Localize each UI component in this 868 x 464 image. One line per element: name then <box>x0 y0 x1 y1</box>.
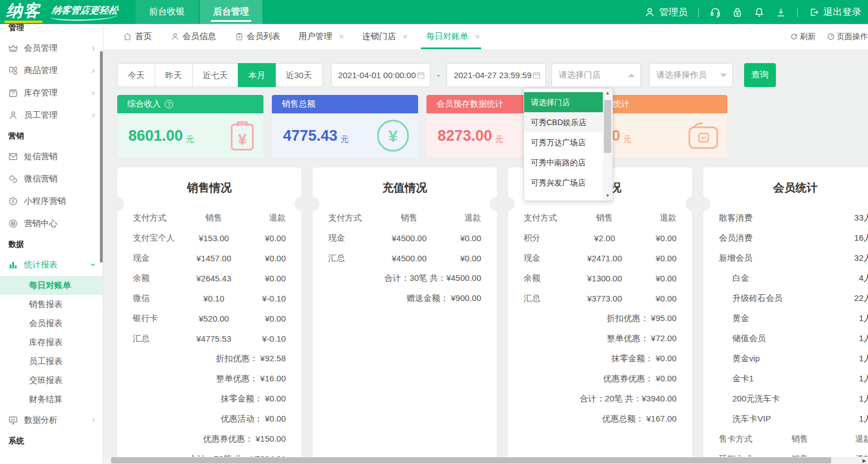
sidebar-item-stats-report[interactable]: 统计报表 › <box>0 253 103 276</box>
tab-daily-statement[interactable]: 每日对账单 × <box>426 24 480 49</box>
col-refund: 退款 <box>241 213 286 223</box>
sidebar-item-member-mgmt[interactable]: 会员管理 › <box>0 37 103 59</box>
quick-last30days-button[interactable]: 近30天 <box>275 63 323 87</box>
top-bar: 纳客 纳客管店更轻松 前台收银 后台管理 管理员 退出登录 <box>0 0 868 24</box>
quick-yesterday-button[interactable]: 昨天 <box>155 63 193 87</box>
card-unit: 元 <box>341 135 349 145</box>
logout-label: 退出登录 <box>823 6 861 18</box>
member-label: 金卡1 <box>732 374 754 384</box>
logout-button[interactable]: 退出登录 <box>808 6 861 18</box>
bell-icon[interactable] <box>754 7 765 18</box>
close-icon[interactable]: × <box>402 32 407 42</box>
panel-title: 会员统计 <box>703 168 868 208</box>
headset-icon[interactable] <box>709 6 721 18</box>
dropdown-option-store-wanda[interactable]: 可秀万达广场店 <box>524 132 603 152</box>
app-tagline: 纳客管店更轻松 <box>50 4 119 21</box>
sidebar-item-product-mgmt[interactable]: 商品管理 › <box>0 59 103 82</box>
stat-cards-row: 综合收入 ? 8601.00 元 ¥ 销售总额 4775.43 元 <box>117 95 868 158</box>
card-value: 8273.00 <box>438 127 492 145</box>
chevron-right-icon: › <box>92 42 95 54</box>
sidebar-subitem-finance-settlement[interactable]: 财务结算 <box>0 390 103 409</box>
svg-text:¥: ¥ <box>238 131 247 148</box>
card-title: 综合收入 <box>127 99 161 109</box>
sidebar-item-inventory-mgmt[interactable]: 库存管理 › <box>0 82 103 104</box>
sidebar-item-label: 会员管理 <box>24 43 57 54</box>
sidebar-subitem-member-report[interactable]: 会员报表 <box>0 314 103 333</box>
scrollbar-thumb[interactable] <box>604 100 611 153</box>
nav-backend-admin[interactable]: 后台管理 <box>200 0 262 24</box>
horizontal-scrollbar-thumb[interactable] <box>111 457 831 463</box>
member-label: 散客消费 <box>719 213 752 223</box>
summary-total: 合计：20笔 共：¥3940.00 <box>508 389 692 409</box>
quick-thismonth-button[interactable]: 本月 <box>238 63 276 87</box>
cell: ¥4775.53 <box>186 334 241 343</box>
dropdown-option-clipped[interactable] <box>524 193 603 200</box>
card-total-income: 综合收入 ? 8601.00 元 ¥ <box>117 95 263 158</box>
sidebar-scrollbar[interactable] <box>100 51 103 262</box>
col-pay-method: 支付方式 <box>524 213 577 223</box>
help-icon[interactable]: ? <box>165 100 173 108</box>
dropdown-option-store-cbd[interactable]: 可秀CBD娱乐店 <box>524 112 603 132</box>
scroll-right-icon[interactable]: ▶ <box>862 457 866 464</box>
close-icon[interactable]: × <box>475 32 480 42</box>
sidebar-subitem-sales-report[interactable]: 销售报表 <box>0 295 103 314</box>
member-row: 白金4人 <box>703 268 868 288</box>
refresh-button[interactable]: 刷新 <box>790 32 816 42</box>
close-icon[interactable]: × <box>339 32 344 42</box>
user-menu[interactable]: 管理员 <box>644 6 688 18</box>
sidebar-subitem-shift-report[interactable]: 交班报表 <box>0 371 103 390</box>
sidebar-item-sms-marketing[interactable]: 短信营销 <box>0 145 103 168</box>
col-refund: 退款 <box>632 213 677 223</box>
sidebar-item-data-analysis[interactable]: 数据分析 › <box>0 409 103 431</box>
quick-last7days-button[interactable]: 近七天 <box>192 63 238 87</box>
table-row: 支付宝个人¥153.00¥0.00 <box>117 228 301 248</box>
dropdown-option-store-zhongnan[interactable]: 可秀中南路的店 <box>524 152 603 173</box>
store-select[interactable]: 请选择门店 <box>552 63 641 87</box>
tab-member-info[interactable]: 会员信息 <box>170 24 216 49</box>
summary-gift: 赠送金额： ¥900.00 <box>313 288 497 308</box>
scroll-down-icon[interactable]: ▼ <box>603 192 612 200</box>
member-label: 升级砖石会员 <box>732 293 783 304</box>
member-row: 洗车卡VIP1人 <box>703 409 868 429</box>
cell: 余额 <box>133 273 186 284</box>
dropdown-option-store-xingfa[interactable]: 可秀兴发广场店 <box>524 173 603 193</box>
col-pay-method: 支付方式 <box>328 213 382 223</box>
nav-front-cashier[interactable]: 前台收银 <box>136 0 198 24</box>
horizontal-scrollbar[interactable]: ▶ <box>103 457 868 464</box>
chevron-right-icon: › <box>92 414 95 425</box>
member-row: 升级砖石会员22人 <box>703 288 868 308</box>
sidebar-subitem-daily-statement[interactable]: 每日对账单 <box>0 276 103 295</box>
svg-text:¥: ¥ <box>389 127 398 145</box>
download-icon[interactable] <box>775 7 787 18</box>
quick-today-button[interactable]: 今天 <box>117 63 155 87</box>
sidebar-subitem-inventory-report[interactable]: 库存报表 <box>0 333 103 352</box>
member-value: 1人 <box>859 333 868 344</box>
operator-select[interactable]: 请选择操作员 <box>649 63 733 87</box>
sidebar-subitem-staff-report[interactable]: 员工报表 <box>0 352 103 371</box>
store-dropdown-list: 请选择门店 可秀CBD娱乐店 可秀万达广场店 可秀中南路的店 可秀兴发广场店 <box>524 89 603 200</box>
query-button[interactable]: 查询 <box>744 63 776 87</box>
sidebar-item-label: 库存管理 <box>24 88 57 98</box>
member-label: 黄金 <box>732 313 749 324</box>
dropdown-option-placeholder[interactable]: 请选择门店 <box>524 92 603 112</box>
col-card-sale-method: 售卡方式 <box>719 434 773 444</box>
sidebar-item-miniprogram-marketing[interactable]: 小程序营销 <box>0 190 103 212</box>
tab-member-list[interactable]: 会员列表 <box>234 24 280 49</box>
member-value: 1人 <box>859 374 868 384</box>
sidebar-item-wechat-marketing[interactable]: 微信营销 <box>0 168 103 190</box>
tab-home[interactable]: 首页 <box>123 24 152 49</box>
tab-user-mgmt[interactable]: 用户管理 × <box>299 24 344 49</box>
tab-chain-stores[interactable]: 连锁门店 × <box>362 24 407 49</box>
lock-icon[interactable] <box>732 7 743 18</box>
page-operations-button[interactable]: 页面操作 <box>827 32 868 42</box>
scroll-up-icon[interactable]: ▲ <box>603 89 612 98</box>
sidebar-item-staff-mgmt[interactable]: 员工管理 › <box>0 104 103 126</box>
clipboard-icon <box>234 32 244 41</box>
table-row: 余额¥1300.00¥0.00 <box>508 268 692 288</box>
cell: ¥0.00 <box>241 274 286 283</box>
date-end-input[interactable]: 2021-04-27 23:59:59 <box>447 63 546 87</box>
date-start-input[interactable]: 2021-04-01 00:00:00 <box>331 63 430 87</box>
user-icon <box>644 7 655 18</box>
dropdown-scrollbar[interactable]: ▲ ▼ <box>603 89 612 200</box>
sidebar-item-marketing-center[interactable]: 营销中心 <box>0 212 103 235</box>
